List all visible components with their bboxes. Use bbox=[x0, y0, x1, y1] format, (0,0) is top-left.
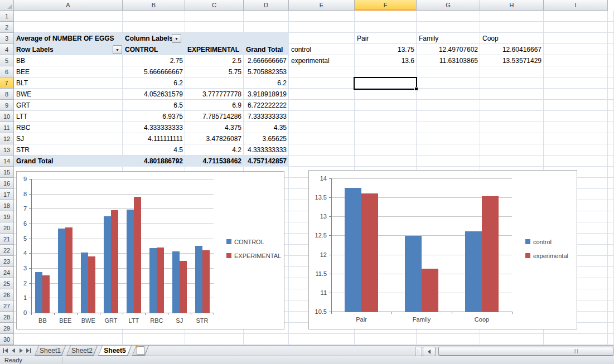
cell-A6[interactable]: BEE bbox=[14, 66, 123, 77]
cell-A8[interactable]: BWE bbox=[14, 89, 123, 100]
row-header-2[interactable]: 2 bbox=[0, 22, 14, 33]
horizontal-scrollbar-thumb[interactable] bbox=[438, 347, 613, 356]
next-sheet-button[interactable] bbox=[17, 347, 25, 355]
cell-C11[interactable]: 4.375 bbox=[185, 122, 244, 133]
tab-scrollbar-splitter[interactable] bbox=[415, 347, 422, 356]
row-header-20[interactable]: 20 bbox=[0, 222, 14, 234]
column-header-a[interactable]: A bbox=[14, 0, 123, 11]
cell-D7[interactable]: 6.2 bbox=[244, 77, 289, 89]
cell-B8[interactable]: 4.052631579 bbox=[123, 89, 185, 100]
row-header-27[interactable]: 27 bbox=[0, 300, 14, 312]
cell-A7[interactable]: BLT bbox=[14, 77, 123, 89]
cell-A11[interactable]: RBC bbox=[14, 122, 123, 133]
sheet-tab-sheet1[interactable]: Sheet1 bbox=[35, 346, 66, 356]
cell-H3[interactable]: Coop bbox=[480, 33, 544, 44]
row-header-8[interactable]: 8 bbox=[0, 89, 14, 100]
sheet-tab-sheet2[interactable]: Sheet2 bbox=[66, 346, 98, 356]
active-cell-outline[interactable] bbox=[354, 77, 417, 90]
cell-B6[interactable]: 5.666666667 bbox=[123, 66, 185, 77]
row-header-7[interactable]: 7 bbox=[0, 77, 14, 89]
row-header-9[interactable]: 9 bbox=[0, 100, 14, 111]
row-header-16[interactable]: 16 bbox=[0, 178, 14, 189]
cell-D9[interactable]: 6.722222222 bbox=[244, 100, 289, 111]
row-labels-filter-dropdown[interactable]: ▼ bbox=[113, 45, 122, 54]
row-header-21[interactable]: 21 bbox=[0, 234, 14, 245]
cell-A4[interactable]: Row Labels bbox=[14, 44, 123, 55]
horizontal-scrollbar[interactable] bbox=[436, 346, 614, 356]
row-header-17[interactable]: 17 bbox=[0, 189, 14, 200]
cell-D8[interactable]: 3.918918919 bbox=[244, 89, 289, 100]
cell-B7[interactable]: 6.2 bbox=[123, 77, 185, 89]
cell-H4[interactable]: 12.60416667 bbox=[480, 44, 544, 55]
row-header-29[interactable]: 29 bbox=[0, 323, 14, 334]
cell-B12[interactable]: 4.111111111 bbox=[123, 133, 185, 144]
row-header-1[interactable]: 1 bbox=[0, 11, 14, 22]
cell-F3[interactable]: Pair bbox=[355, 33, 417, 44]
row-header-24[interactable]: 24 bbox=[0, 267, 14, 278]
row-header-3[interactable]: 3 bbox=[0, 33, 14, 44]
row-header-13[interactable]: 13 bbox=[0, 144, 14, 156]
last-sheet-button[interactable] bbox=[25, 347, 32, 355]
row-header-30[interactable]: 30 bbox=[0, 334, 14, 345]
row-header-22[interactable]: 22 bbox=[0, 245, 14, 256]
column-header-h[interactable]: H bbox=[480, 0, 544, 11]
cell-B9[interactable]: 6.5 bbox=[123, 100, 185, 111]
cell-A3[interactable]: Average of NUMBER OF EGGS bbox=[14, 33, 123, 44]
column-header-c[interactable]: C bbox=[185, 0, 244, 11]
cell-C14[interactable]: 4.711538462 bbox=[185, 156, 244, 167]
cell-D11[interactable]: 4.35 bbox=[244, 122, 289, 133]
first-sheet-button[interactable] bbox=[2, 347, 9, 355]
scroll-left-button[interactable] bbox=[423, 347, 436, 356]
cell-D12[interactable]: 3.65625 bbox=[244, 133, 289, 144]
select-all-button[interactable] bbox=[0, 0, 14, 11]
column-header-d[interactable]: D bbox=[244, 0, 289, 11]
cell-A9[interactable]: GRT bbox=[14, 100, 123, 111]
row-header-10[interactable]: 10 bbox=[0, 111, 14, 122]
cell-C8[interactable]: 3.777777778 bbox=[185, 89, 244, 100]
cell-E5[interactable]: experimental bbox=[289, 55, 355, 66]
cell-F4[interactable]: 13.75 bbox=[355, 44, 417, 55]
cell-C10[interactable]: 7.785714286 bbox=[185, 111, 244, 122]
row-header-11[interactable]: 11 bbox=[0, 122, 14, 133]
cell-D10[interactable]: 7.333333333 bbox=[244, 111, 289, 122]
cell-D14[interactable]: 4.757142857 bbox=[244, 156, 289, 167]
column-header-i[interactable]: I bbox=[544, 0, 608, 11]
cell-A10[interactable]: LTT bbox=[14, 111, 123, 122]
fill-handle[interactable] bbox=[414, 87, 418, 91]
cell-G3[interactable]: Family bbox=[417, 33, 480, 44]
cell-A14[interactable]: Grand Total bbox=[14, 156, 123, 167]
cell-A13[interactable]: STR bbox=[14, 144, 123, 156]
cell-B10[interactable]: 6.9375 bbox=[123, 111, 185, 122]
row-header-14[interactable]: 14 bbox=[0, 156, 14, 167]
row-header-4[interactable]: 4 bbox=[0, 44, 14, 55]
column-header-g[interactable]: G bbox=[417, 0, 480, 11]
row-header-5[interactable]: 5 bbox=[0, 55, 14, 66]
row-header-18[interactable]: 18 bbox=[0, 200, 14, 211]
insert-worksheet-button[interactable] bbox=[132, 346, 149, 356]
cell-E4[interactable]: control bbox=[289, 44, 355, 55]
cell-B11[interactable]: 4.333333333 bbox=[123, 122, 185, 133]
column-labels-filter-dropdown[interactable]: ▼ bbox=[172, 34, 181, 43]
row-header-6[interactable]: 6 bbox=[0, 66, 14, 77]
cell-G5[interactable]: 11.63103865 bbox=[417, 55, 480, 66]
cell-C12[interactable]: 3.47826087 bbox=[185, 133, 244, 144]
column-header-e[interactable]: E bbox=[289, 0, 355, 11]
cell-A5[interactable]: BB bbox=[14, 55, 123, 66]
row-header-23[interactable]: 23 bbox=[0, 256, 14, 267]
row-header-25[interactable]: 25 bbox=[0, 278, 14, 289]
row-header-12[interactable]: 12 bbox=[0, 133, 14, 144]
cell-H5[interactable]: 13.53571429 bbox=[480, 55, 544, 66]
cell-B4[interactable]: CONTROL bbox=[123, 44, 185, 55]
cell-B13[interactable]: 4.5 bbox=[123, 144, 185, 156]
column-header-b[interactable]: B bbox=[123, 0, 185, 11]
cell-G4[interactable]: 12.49707602 bbox=[417, 44, 480, 55]
cell-B14[interactable]: 4.801886792 bbox=[123, 156, 185, 167]
row-header-28[interactable]: 28 bbox=[0, 312, 14, 323]
sheet-tab-sheet5-active[interactable]: Sheet5 bbox=[98, 346, 132, 356]
row-header-15[interactable]: 15 bbox=[0, 167, 14, 178]
cell-C5[interactable]: 2.5 bbox=[185, 55, 244, 66]
cell-A12[interactable]: SJ bbox=[14, 133, 123, 144]
cell-C4[interactable]: EXPERIMENTAL bbox=[185, 44, 244, 55]
column-header-f[interactable]: F bbox=[355, 0, 417, 11]
cell-C13[interactable]: 4.2 bbox=[185, 144, 244, 156]
